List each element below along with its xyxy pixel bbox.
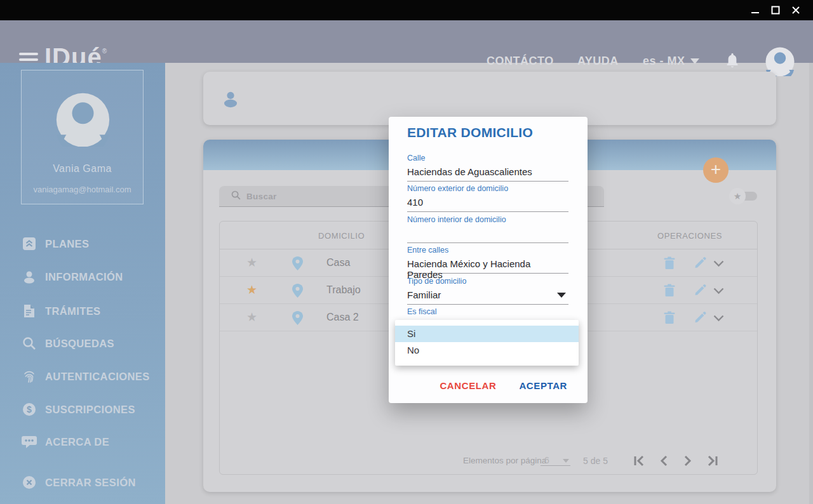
field-label: Entre calles bbox=[407, 246, 568, 255]
sidebar-item-label: AUTENTICACIONES bbox=[45, 371, 150, 383]
field-calle[interactable]: Calle Haciendas de Aguascalientes bbox=[407, 154, 568, 182]
field-underline bbox=[407, 181, 568, 182]
domicile-name: Casa bbox=[326, 257, 350, 269]
scrollbar-track[interactable] bbox=[809, 63, 813, 504]
chevron-down-icon bbox=[690, 58, 699, 64]
profile-card: Vania Gama vaniagamag@hotmail.com bbox=[21, 70, 144, 204]
favorites-filter-toggle[interactable]: ★ bbox=[729, 188, 757, 204]
field-value: Hacienda México y Hacienda Paredes bbox=[407, 258, 568, 270]
domicile-name: Trabajo bbox=[326, 284, 361, 296]
locale-label: es - MX bbox=[643, 55, 685, 67]
chevron-down-icon bbox=[563, 459, 569, 463]
dropdown-option-no[interactable]: No bbox=[395, 342, 579, 359]
sidebar: Vania Gama vaniagamag@hotmail.com PLANES… bbox=[0, 63, 165, 504]
profile-name: Vania Gama bbox=[22, 163, 143, 175]
edit-pencil-icon[interactable] bbox=[694, 284, 706, 299]
expand-chevron-icon[interactable] bbox=[713, 258, 724, 270]
person-icon bbox=[221, 90, 240, 111]
domicile-name: Casa 2 bbox=[326, 312, 359, 323]
page-size-value: 6 bbox=[544, 455, 549, 465]
field-value bbox=[407, 228, 568, 239]
field-entre-calles[interactable]: Entre calles Hacienda México y Hacienda … bbox=[407, 246, 568, 274]
items-per-page-label: Elementos por página bbox=[463, 456, 546, 465]
fingerprint-icon bbox=[21, 368, 37, 385]
minimize-icon[interactable] bbox=[750, 5, 760, 15]
expand-chevron-icon[interactable] bbox=[713, 286, 724, 297]
application-window: IDué® DILIGENCE AUTHENTICATION CONTÁCTO … bbox=[0, 0, 813, 504]
sidebar-item-label: INFORMACIÓN bbox=[45, 271, 123, 283]
field-underline bbox=[407, 211, 568, 212]
maximize-icon[interactable] bbox=[770, 5, 781, 15]
nav-contact[interactable]: CONTÁCTO bbox=[487, 55, 554, 68]
map-pin-icon bbox=[292, 311, 303, 328]
delete-trash-icon[interactable] bbox=[664, 311, 675, 327]
registered-mark: ® bbox=[102, 48, 107, 55]
field-label: Calle bbox=[407, 154, 568, 162]
column-header-operaciones: OPERACIONES bbox=[657, 231, 722, 241]
dialog-title: EDITAR DOMICILIO bbox=[407, 125, 533, 140]
dropdown-option-si[interactable]: Si bbox=[395, 326, 579, 342]
field-underline bbox=[407, 242, 568, 243]
favorite-star-icon[interactable]: ★ bbox=[246, 284, 257, 296]
profile-avatar bbox=[56, 93, 110, 149]
window-titlebar bbox=[0, 0, 813, 20]
person-icon bbox=[21, 269, 37, 285]
sidebar-item-label: TRÁMITES bbox=[45, 305, 101, 317]
edit-pencil-icon[interactable] bbox=[694, 311, 706, 326]
app-header: IDué® DILIGENCE AUTHENTICATION CONTÁCTO … bbox=[0, 20, 813, 63]
sidebar-item-busquedas[interactable]: BÚSQUEDAS bbox=[21, 334, 165, 353]
field-numero-interior[interactable]: Número interior de domicilio bbox=[407, 215, 568, 243]
column-header-domicilio: DOMICILIO bbox=[318, 231, 365, 241]
sidebar-item-label: CERRAR SESIÓN bbox=[45, 477, 136, 489]
sidebar-item-cerrar-sesion[interactable]: CERRAR SESIÓN bbox=[21, 473, 165, 492]
accept-button[interactable]: ACEPTAR bbox=[519, 380, 567, 391]
field-underline bbox=[407, 304, 568, 305]
delete-trash-icon[interactable] bbox=[664, 284, 675, 300]
favorite-star-icon[interactable]: ★ bbox=[246, 256, 257, 269]
sidebar-item-label: SUSCRIPCIONES bbox=[45, 404, 135, 416]
search-icon bbox=[21, 335, 37, 352]
sidebar-item-suscripciones[interactable]: $ SUSCRIPCIONES bbox=[21, 400, 165, 419]
delete-trash-icon[interactable] bbox=[664, 256, 675, 272]
locale-selector[interactable]: es - MX bbox=[643, 55, 699, 68]
pagination-bar: Elementos por página 6 5 de 5 bbox=[220, 446, 757, 474]
chat-bubble-icon bbox=[21, 434, 37, 450]
nav-help[interactable]: AYUDA bbox=[577, 55, 619, 68]
sidebar-item-informacion[interactable]: INFORMACIÓN bbox=[21, 267, 165, 286]
notifications-bell-icon[interactable] bbox=[725, 52, 740, 72]
sidebar-item-acerca-de[interactable]: ACERCA DE bbox=[21, 432, 165, 451]
field-value: Haciendas de Aguascalientes bbox=[407, 166, 568, 178]
field-tipo-de-domicilio[interactable]: Tipo de domicilio Familiar bbox=[407, 277, 568, 305]
field-es-fiscal[interactable]: Es fiscal bbox=[407, 307, 568, 316]
sidebar-item-label: BÚSQUEDAS bbox=[45, 338, 114, 350]
field-label: Es fiscal bbox=[407, 307, 568, 316]
svg-text:$: $ bbox=[27, 404, 32, 414]
sidebar-item-label: ACERCA DE bbox=[45, 436, 109, 448]
sidebar-item-label: PLANES bbox=[45, 238, 89, 250]
expand-chevron-icon[interactable] bbox=[713, 313, 724, 324]
page-size-select[interactable]: 6 bbox=[541, 455, 570, 466]
select-caret-icon bbox=[557, 293, 566, 298]
last-page-icon[interactable] bbox=[705, 454, 719, 468]
dialog-actions: CANCELAR ACEPTAR bbox=[389, 380, 567, 391]
document-icon bbox=[21, 303, 37, 319]
add-domicile-button[interactable]: + bbox=[703, 157, 729, 183]
first-page-icon[interactable] bbox=[633, 454, 647, 468]
field-numero-exterior[interactable]: Número exterior de domicilio 410 bbox=[407, 184, 568, 212]
star-icon: ★ bbox=[729, 188, 746, 204]
next-page-icon[interactable] bbox=[681, 454, 695, 468]
close-icon[interactable] bbox=[791, 5, 801, 15]
search-icon bbox=[231, 190, 241, 203]
cancel-button[interactable]: CANCELAR bbox=[440, 380, 496, 391]
page-range-label: 5 de 5 bbox=[583, 456, 608, 466]
edit-pencil-icon[interactable] bbox=[694, 256, 706, 272]
favorite-star-icon[interactable]: ★ bbox=[246, 311, 257, 323]
sidebar-item-autenticaciones[interactable]: AUTENTICACIONES bbox=[21, 367, 165, 386]
field-label: Número interior de domicilio bbox=[407, 215, 568, 224]
logout-x-icon bbox=[21, 474, 37, 491]
previous-page-icon[interactable] bbox=[657, 454, 671, 468]
sidebar-item-planes[interactable]: PLANES bbox=[21, 234, 165, 253]
sidebar-item-tramites[interactable]: TRÁMITES bbox=[21, 302, 165, 321]
field-value: Familiar bbox=[407, 289, 568, 301]
map-pin-icon bbox=[292, 284, 303, 300]
